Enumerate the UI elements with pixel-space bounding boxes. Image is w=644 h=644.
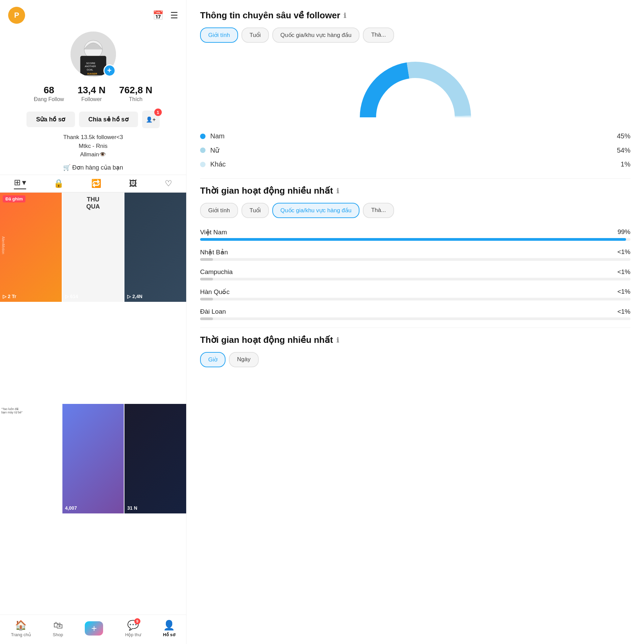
activity-tab-more[interactable]: Thà... xyxy=(363,203,394,218)
svg-text:SCORE: SCORE xyxy=(86,62,95,65)
video-thumb-1[interactable]: Đã ghim ▷ 2 Tr AlienMotion xyxy=(0,193,62,302)
edit-profile-button[interactable]: Sửa hồ sơ xyxy=(26,112,75,127)
svg-text:10: 10 xyxy=(90,76,93,77)
tab-collection[interactable]: 🖼 xyxy=(129,178,137,189)
tab-country[interactable]: Quốc gia/khu vực hàng đầu xyxy=(272,27,360,43)
play-count-2: ▷ 614 xyxy=(65,294,78,299)
stat-likes: 762,8 N Thích xyxy=(119,85,152,102)
repost-icon: 🔁 xyxy=(91,179,101,188)
follower-label: Follower xyxy=(78,96,106,102)
avatar-section: SCORE ANOTHER GOAL KAISER 10 + xyxy=(0,27,186,78)
tab-more[interactable]: Thà... xyxy=(363,27,394,43)
male-pct: 45% xyxy=(617,132,630,140)
activity-tab-age[interactable]: Tuổi xyxy=(241,203,269,218)
follower-info-title: Thông tin chuyên sâu về follower ℹ xyxy=(200,10,630,21)
shop-icon: 🛍 xyxy=(53,620,63,631)
gender-legend: Nam 45% Nữ 54% Khác 1% xyxy=(200,132,630,168)
following-count: 68 xyxy=(34,85,64,96)
video-grid: Đã ghim ▷ 2 Tr AlienMotion THUQUA ▷ 614 … xyxy=(0,193,186,615)
video-thumb-2[interactable]: THUQUA ▷ 614 xyxy=(62,193,124,302)
home-icon: 🏠 xyxy=(15,620,27,631)
play-count-3: ▷ 2,4N xyxy=(127,294,142,299)
cambodia-track xyxy=(200,278,630,280)
taiwan-label: Đài Loan xyxy=(200,308,226,315)
tab-grid[interactable]: ⊞ ▾ xyxy=(14,178,26,189)
share-profile-button[interactable]: Chia sẻ hồ sơ xyxy=(79,112,138,127)
other-pct: 1% xyxy=(621,160,630,168)
time-tab-day[interactable]: Ngày xyxy=(229,352,259,367)
nav-home[interactable]: 🏠 Trang chủ xyxy=(11,620,31,637)
activity2-info-icon[interactable]: ℹ xyxy=(336,336,339,344)
japan-track xyxy=(200,258,630,261)
korea-label: Hàn Quốc xyxy=(200,288,230,296)
video-thumb-3[interactable]: ▷ 2,4N xyxy=(124,193,186,302)
tab-repost[interactable]: 🔁 xyxy=(91,178,101,189)
female-dot xyxy=(200,148,206,153)
video-thumb-4[interactable]: "Tao luôn đềbạn mày từ bé" 7,067 xyxy=(0,404,62,513)
stat-followers: 13,4 N Follower xyxy=(78,85,106,102)
divider-2 xyxy=(200,328,630,328)
activity-tab-country[interactable]: Quốc gia/khu vực hàng đầu xyxy=(272,203,360,218)
japan-pct: <1% xyxy=(617,248,630,256)
activity-filter-tabs: Giới tính Tuổi Quốc gia/khu vực hàng đầu… xyxy=(200,203,630,218)
stat-following: 68 Đang Follow xyxy=(34,85,64,102)
follower-count: 13,4 N xyxy=(78,85,106,96)
order-section[interactable]: 🛒 Đơn hàng của bạn xyxy=(0,164,186,171)
svg-text:KAISER: KAISER xyxy=(87,72,97,75)
taiwan-track xyxy=(200,317,630,320)
nav-create[interactable]: + xyxy=(85,621,103,636)
pinned-badge: Đã ghim xyxy=(3,195,25,202)
bar-japan: Nhật Bản <1% xyxy=(200,248,630,261)
nav-shop[interactable]: 🛍 Shop xyxy=(53,620,63,637)
bar-taiwan: Đài Loan <1% xyxy=(200,308,630,320)
time-tab-hour[interactable]: Giờ xyxy=(200,352,226,367)
video-thumb-5[interactable]: 4,007 xyxy=(62,404,124,513)
tab-lock[interactable]: 🔒 xyxy=(54,178,64,189)
play-icon-3: ▷ xyxy=(127,294,131,299)
play-count-1: ▷ 2 Tr xyxy=(3,294,16,299)
tab-liked[interactable]: ♡ xyxy=(165,178,172,189)
play-count-6: 31 N xyxy=(127,505,137,511)
cambodia-label: Campuchia xyxy=(200,268,233,276)
top-bar: P 📅 ☰ xyxy=(0,0,186,27)
other-label: Khác xyxy=(210,160,226,168)
avatar-add-icon[interactable]: + xyxy=(103,64,116,77)
tab-gender[interactable]: Giới tính xyxy=(200,27,238,43)
watermark-1: AlienMotion xyxy=(1,236,5,254)
bio-section: Thank 13.5k follower<3 Mtkc - Rnis Allma… xyxy=(0,133,186,159)
cambodia-fill xyxy=(200,278,213,280)
collection-icon: 🖼 xyxy=(129,179,137,188)
calendar-icon[interactable]: 📅 xyxy=(153,10,163,21)
inbox-label: Hộp thư xyxy=(125,632,141,637)
taiwan-fill xyxy=(200,317,213,320)
video-thumb-6[interactable]: 31 N xyxy=(124,404,186,513)
dropdown-icon: ▾ xyxy=(22,178,26,187)
following-label: Đang Follow xyxy=(34,96,64,102)
order-link[interactable]: 🛒 Đơn hàng của bạn xyxy=(0,164,186,171)
nav-inbox[interactable]: 💬 9 Hộp thư xyxy=(125,620,141,637)
svg-text:ANOTHER: ANOTHER xyxy=(85,65,96,67)
activity-tab-gender[interactable]: Giới tính xyxy=(200,203,238,218)
home-label: Trang chủ xyxy=(11,632,31,637)
add-friend-button[interactable]: 👤+ 1 xyxy=(142,111,160,128)
profile-icon: 👤 xyxy=(163,620,175,631)
menu-icon[interactable]: ☰ xyxy=(170,10,178,21)
vietnam-label: Việt Nam xyxy=(200,228,227,236)
stats-row: 68 Đang Follow 13,4 N Follower 762,8 N T… xyxy=(0,85,186,102)
play-icon-1: ▷ xyxy=(3,294,6,299)
korea-track xyxy=(200,298,630,300)
action-buttons: Sửa hồ sơ Chia sẻ hồ sơ 👤+ 1 xyxy=(0,111,186,128)
time-filter-tabs: Giờ Ngày xyxy=(200,352,630,367)
follower-info-icon[interactable]: ℹ xyxy=(344,12,346,20)
top-right-icons: 📅 ☰ xyxy=(153,10,178,21)
premium-icon[interactable]: P xyxy=(8,7,25,24)
likes-count: 762,8 N xyxy=(119,85,152,96)
create-plus-icon[interactable]: + xyxy=(85,621,103,636)
nav-profile[interactable]: 👤 Hồ sơ xyxy=(163,620,175,637)
activity-info-icon[interactable]: ℹ xyxy=(336,187,339,195)
vietnam-track xyxy=(200,238,630,241)
female-label: Nữ xyxy=(210,146,219,154)
tab-age[interactable]: Tuổi xyxy=(241,27,269,43)
cambodia-pct: <1% xyxy=(617,268,630,276)
divider-1 xyxy=(200,178,630,179)
